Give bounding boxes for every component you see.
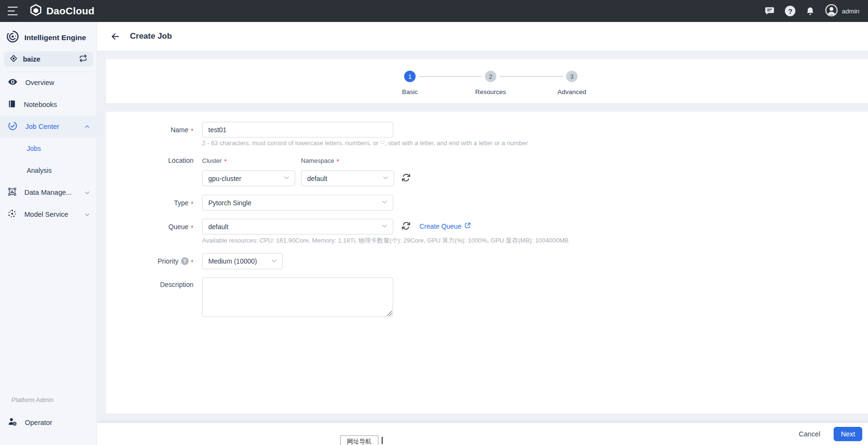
- notifications-bell-icon[interactable]: [805, 6, 815, 16]
- name-input[interactable]: [202, 122, 393, 138]
- required-marker: *: [191, 258, 193, 266]
- page-header: Create Job: [97, 22, 868, 51]
- sidebar: Intelligent Engine baize Overview Notebo…: [0, 22, 97, 445]
- namespace-label: Namespace*: [301, 157, 339, 165]
- product-header: Intelligent Engine: [6, 30, 86, 45]
- cluster-select[interactable]: gpu-cluster: [202, 170, 295, 186]
- sidebar-item-jobs[interactable]: Jobs: [0, 138, 97, 159]
- book-icon: [8, 99, 16, 110]
- step-label: Resources: [457, 88, 524, 95]
- step-number: 3: [566, 71, 578, 82]
- topbar: DaoCloud ? admin: [0, 0, 868, 22]
- cancel-button[interactable]: Cancel: [799, 430, 820, 438]
- workspace-icon: [10, 54, 18, 64]
- chevron-down-icon: [381, 222, 388, 231]
- menu-toggle-button[interactable]: [7, 6, 19, 16]
- queue-label: Queue*: [106, 219, 193, 234]
- sidebar-item-label: Job Center: [25, 123, 76, 130]
- description-label: Description: [106, 280, 193, 289]
- sidebar-item-overview[interactable]: Overview: [0, 72, 97, 94]
- name-label: Name*: [106, 122, 193, 138]
- model-service-icon: [8, 209, 17, 220]
- back-arrow-icon[interactable]: [110, 32, 120, 42]
- sidebar-item-label: Model Service: [24, 211, 76, 218]
- workspace-selector[interactable]: baize: [4, 52, 93, 67]
- queue-resources-hint: Available resources: CPU: 161.90Core, Me…: [202, 236, 568, 245]
- sidebar-item-label: Analysis: [27, 167, 90, 174]
- step-basic: 1 Basic: [376, 71, 443, 95]
- namespace-select[interactable]: default: [301, 170, 394, 186]
- product-title: Intelligent Engine: [24, 33, 86, 42]
- required-marker: *: [191, 127, 193, 135]
- next-button[interactable]: Next: [834, 427, 862, 441]
- priority-select[interactable]: Medium (10000): [202, 253, 283, 269]
- text-cursor: [382, 437, 383, 444]
- daocloud-logo-icon: [30, 4, 42, 18]
- platform-admin-section-label: Platform Admin: [11, 396, 54, 403]
- step-label: Basic: [376, 88, 443, 95]
- help-icon[interactable]: ?: [785, 6, 795, 16]
- sidebar-item-operator[interactable]: Operator: [0, 412, 97, 434]
- type-label: Type*: [106, 195, 193, 211]
- data-management-icon: [8, 187, 17, 198]
- switch-workspace-icon[interactable]: [79, 54, 87, 64]
- sidebar-item-analysis[interactable]: Analysis: [0, 159, 97, 181]
- user-menu[interactable]: admin: [825, 4, 859, 19]
- location-label: Location: [106, 156, 193, 165]
- footer-actions: Cancel Next: [97, 423, 868, 445]
- chevron-down-icon: [271, 257, 278, 265]
- job-center-icon: [8, 121, 18, 133]
- sidebar-item-notebooks[interactable]: Notebooks: [0, 94, 97, 116]
- sidebar-item-data-management[interactable]: Data Manage...: [0, 181, 97, 203]
- browser-overlay-box: 网址导航: [340, 435, 378, 445]
- type-select[interactable]: Pytorch Single: [202, 195, 393, 211]
- brand-name: DaoCloud: [46, 5, 95, 17]
- step-advanced: 3 Advanced: [538, 71, 605, 95]
- workspace-name: baize: [23, 55, 74, 63]
- required-marker: *: [191, 224, 193, 232]
- chevron-up-icon: [84, 124, 90, 130]
- external-link-icon: [464, 222, 471, 230]
- chevron-down-icon: [84, 190, 90, 196]
- queue-select[interactable]: default: [202, 219, 393, 234]
- step-number: 1: [404, 71, 416, 82]
- sidebar-item-model-service[interactable]: Model Service: [0, 203, 97, 225]
- cluster-label: Cluster*: [202, 157, 227, 165]
- page-title: Create Job: [130, 32, 172, 41]
- refresh-queue-icon[interactable]: [401, 221, 411, 231]
- eye-icon: [8, 77, 18, 89]
- sidebar-item-label: Overview: [25, 79, 90, 86]
- operator-icon: [8, 417, 17, 428]
- brand[interactable]: DaoCloud: [30, 4, 95, 18]
- feedback-chat-icon[interactable]: [764, 6, 775, 16]
- required-marker: *: [336, 158, 339, 165]
- intelligent-engine-logo-icon: [6, 30, 19, 45]
- step-resources: 2 Resources: [457, 71, 524, 95]
- priority-label: Priority ? *: [106, 253, 193, 269]
- step-label: Advanced: [538, 88, 605, 95]
- username-label: admin: [842, 8, 859, 15]
- chevron-down-icon: [84, 212, 90, 218]
- step-number: 2: [485, 71, 496, 82]
- sidebar-item-label: Data Manage...: [24, 189, 76, 196]
- sidebar-item-label: Notebooks: [24, 101, 90, 108]
- sidebar-item-job-center[interactable]: Job Center: [0, 116, 97, 138]
- chevron-down-icon: [283, 174, 290, 182]
- stepper: 1 Basic 2 Resources 3 Advanced: [106, 59, 868, 103]
- chevron-down-icon: [382, 174, 389, 182]
- priority-help-icon[interactable]: ?: [181, 257, 189, 265]
- required-marker: *: [224, 158, 226, 165]
- create-job-form: Name* 2 - 63 characters, must consist of…: [106, 112, 868, 413]
- sidebar-item-label: Jobs: [27, 145, 90, 152]
- create-queue-link[interactable]: Create Queue: [419, 222, 471, 230]
- chevron-down-icon: [381, 199, 388, 207]
- sidebar-item-label: Operator: [25, 419, 90, 426]
- refresh-namespace-icon[interactable]: [401, 173, 411, 182]
- avatar-icon: [825, 4, 838, 19]
- name-hint: 2 - 63 characters, must consist of lower…: [202, 139, 528, 147]
- description-textarea[interactable]: [202, 277, 393, 317]
- required-marker: *: [191, 200, 193, 208]
